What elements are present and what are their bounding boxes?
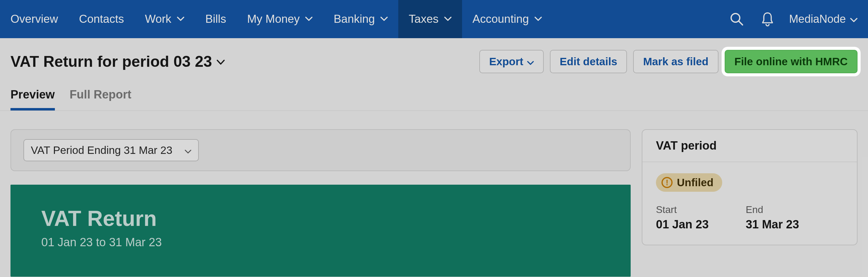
card-body: ! Unfiled Start 01 Jan 23 End 31 Mar 23: [642, 162, 857, 245]
button-label: Export: [489, 56, 523, 68]
mark-as-filed-button[interactable]: Mark as filed: [633, 50, 718, 73]
end-date: End 31 Mar 23: [746, 204, 799, 231]
content: VAT Period Ending 31 Mar 23 VAT Return 0…: [0, 111, 868, 277]
page-title: VAT Return for period 03 23: [10, 53, 212, 70]
nav-label: Banking: [334, 12, 375, 26]
search-icon[interactable]: [727, 10, 746, 28]
bell-icon[interactable]: [758, 10, 777, 28]
date-grid: Start 01 Jan 23 End 31 Mar 23: [656, 204, 843, 231]
export-button[interactable]: Export: [479, 50, 544, 73]
tab-preview[interactable]: Preview: [10, 88, 55, 110]
nav-item-banking[interactable]: Banking: [323, 0, 398, 38]
account-menu[interactable]: MediaNode: [789, 12, 859, 26]
start-date: Start 01 Jan 23: [656, 204, 709, 231]
nav-item-bills[interactable]: Bills: [195, 0, 237, 38]
status-text: Unfiled: [677, 176, 714, 189]
status-badge: ! Unfiled: [656, 173, 722, 192]
chevron-down-icon: [216, 59, 225, 66]
header-actions: Export Edit details Mark as filed File o…: [479, 50, 858, 73]
file-online-button[interactable]: File online with HMRC: [725, 50, 858, 73]
start-label: Start: [656, 204, 709, 215]
nav-item-accounting[interactable]: Accounting: [462, 0, 552, 38]
right-column: VAT period ! Unfiled Start 01 Jan 23 End…: [642, 129, 858, 245]
chevron-down-icon: [534, 16, 542, 22]
chevron-down-icon: [850, 12, 858, 26]
select-value: VAT Period Ending 31 Mar 23: [31, 144, 172, 157]
vat-period-select[interactable]: VAT Period Ending 31 Mar 23: [24, 139, 199, 161]
period-select-card: VAT Period Ending 31 Mar 23: [10, 129, 631, 171]
chevron-down-icon: [305, 16, 313, 22]
nav-label: Accounting: [472, 12, 529, 26]
chevron-down-icon: [185, 144, 191, 157]
tab-label: Preview: [10, 88, 55, 101]
button-label: Edit details: [560, 56, 617, 68]
nav-item-contacts[interactable]: Contacts: [68, 0, 134, 38]
page-title-dropdown[interactable]: VAT Return for period 03 23: [10, 53, 225, 70]
chevron-down-icon: [527, 56, 534, 68]
tab-label: Full Report: [70, 88, 132, 101]
chevron-down-icon: [177, 16, 184, 22]
account-name: MediaNode: [789, 12, 846, 26]
button-label: File online with HMRC: [735, 56, 848, 68]
nav-label: My Money: [247, 12, 300, 26]
nav-item-work[interactable]: Work: [134, 0, 195, 38]
vat-period-card: VAT period ! Unfiled Start 01 Jan 23 End…: [642, 129, 858, 245]
left-column: VAT Period Ending 31 Mar 23 VAT Return 0…: [10, 129, 631, 277]
nav-item-overview[interactable]: Overview: [9, 0, 68, 38]
chevron-down-icon: [444, 16, 452, 22]
nav-label: Work: [145, 12, 172, 26]
nav-items: Overview Contacts Work Bills My Money Ba…: [9, 0, 552, 38]
nav-item-my-money[interactable]: My Money: [237, 0, 323, 38]
nav-label: Bills: [205, 12, 226, 26]
nav-label: Overview: [10, 12, 58, 26]
banner-date-range: 01 Jan 23 to 31 Mar 23: [41, 236, 600, 249]
edit-details-button[interactable]: Edit details: [550, 50, 627, 73]
svg-line-1: [739, 21, 743, 25]
start-value: 01 Jan 23: [656, 218, 709, 231]
end-label: End: [746, 204, 799, 215]
button-label: Mark as filed: [643, 56, 708, 68]
tab-full-report[interactable]: Full Report: [70, 88, 132, 110]
top-nav: Overview Contacts Work Bills My Money Ba…: [0, 0, 868, 38]
banner-heading: VAT Return: [41, 206, 600, 231]
nav-item-taxes[interactable]: Taxes: [398, 0, 462, 38]
tabs: Preview Full Report: [0, 73, 868, 111]
page-header: VAT Return for period 03 23 Export Edit …: [0, 38, 868, 73]
chevron-down-icon: [380, 16, 388, 22]
card-title: VAT period: [642, 130, 857, 162]
nav-label: Taxes: [409, 12, 439, 26]
nav-right: MediaNode: [727, 10, 859, 28]
vat-return-banner: VAT Return 01 Jan 23 to 31 Mar 23: [10, 185, 631, 277]
nav-label: Contacts: [79, 12, 124, 26]
alert-icon: !: [661, 177, 673, 188]
end-value: 31 Mar 23: [746, 218, 799, 231]
